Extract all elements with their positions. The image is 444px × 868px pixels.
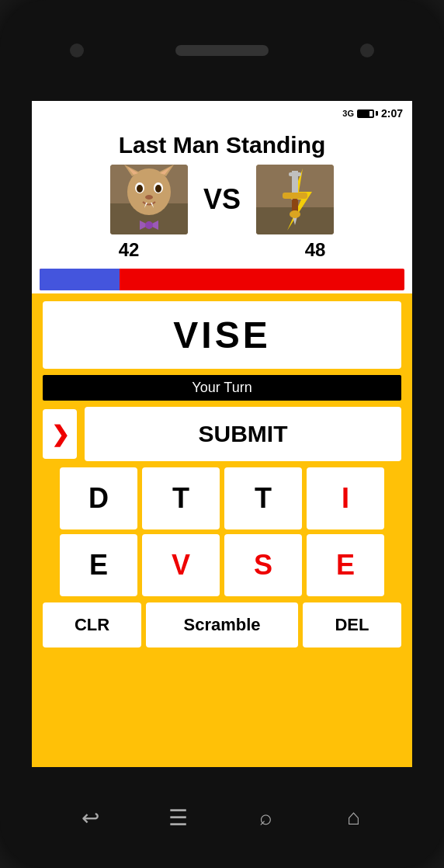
- nav-search-button[interactable]: ⌕: [249, 800, 283, 835]
- nav-home-button[interactable]: ⌂: [337, 800, 371, 835]
- camera-right: [360, 43, 374, 57]
- svg-point-9: [137, 185, 143, 193]
- menu-icon: ☰: [168, 805, 188, 831]
- signal-indicator: 3G: [342, 109, 354, 118]
- nav-back-button[interactable]: ↩: [74, 800, 108, 835]
- status-bar: 3G 2:07: [32, 101, 412, 126]
- turn-label: Your Turn: [192, 380, 251, 395]
- phone-top: [0, 0, 444, 101]
- svg-point-10: [155, 185, 161, 193]
- score-row: 42 48: [40, 239, 404, 261]
- arrow-icon: ❯: [51, 422, 69, 447]
- svg-rect-21: [289, 172, 301, 176]
- submit-button[interactable]: SUBMIT: [85, 407, 401, 461]
- scramble-button[interactable]: Scramble: [146, 602, 298, 648]
- nav-menu-button[interactable]: ☰: [161, 800, 196, 835]
- search-icon: ⌕: [259, 805, 272, 830]
- svg-point-25: [290, 210, 300, 218]
- health-bar-fill: [40, 269, 120, 290]
- game-header: Last Man Standing: [32, 126, 412, 266]
- clr-button[interactable]: CLR: [43, 602, 141, 648]
- screen: 3G 2:07 Last Man Standing: [32, 101, 412, 767]
- vs-label: VS: [203, 183, 241, 216]
- word-display: VISE: [43, 301, 401, 369]
- game-area: VISE Your Turn ❯ SUBMIT D T T I: [32, 293, 412, 767]
- player1-score: 42: [90, 239, 168, 261]
- letter-grid: D T T I E V S E: [43, 467, 401, 596]
- battery-body: [357, 109, 374, 118]
- svg-point-11: [145, 195, 153, 200]
- vs-row: VS: [40, 165, 404, 234]
- player2-score: 48: [276, 239, 354, 261]
- letter-tile-E2[interactable]: E: [307, 534, 384, 596]
- letter-tile-T2[interactable]: T: [224, 467, 302, 529]
- battery-tip: [376, 111, 378, 116]
- phone-bottom: ↩ ☰ ⌕ ⌂: [0, 767, 444, 868]
- letter-tile-I[interactable]: I: [307, 467, 384, 529]
- svg-rect-23: [283, 193, 307, 199]
- svg-point-2: [127, 168, 171, 215]
- letter-row-1: D T T I: [43, 467, 401, 529]
- control-row: CLR Scramble DEL: [43, 602, 401, 648]
- letter-tile-D[interactable]: D: [60, 467, 137, 529]
- letter-tile-T1[interactable]: T: [142, 467, 220, 529]
- letter-row-2: E V S E: [43, 534, 401, 596]
- current-word: VISE: [173, 314, 270, 356]
- werewolf-avatar: [110, 165, 188, 234]
- letter-tile-S[interactable]: S: [224, 534, 302, 596]
- turn-banner: Your Turn: [43, 375, 401, 401]
- letter-tile-V[interactable]: V: [142, 534, 220, 596]
- home-icon: ⌂: [347, 805, 360, 830]
- svg-point-16: [145, 221, 153, 229]
- status-icons: 3G 2:07: [342, 107, 403, 120]
- battery-icon: [357, 109, 378, 118]
- arrow-button[interactable]: ❯: [43, 409, 77, 459]
- health-bar-container: [40, 269, 404, 290]
- speaker: [175, 45, 269, 56]
- sword-avatar: [256, 165, 334, 234]
- del-button[interactable]: DEL: [303, 602, 401, 648]
- player2-avatar: [256, 165, 334, 234]
- phone-frame: 3G 2:07 Last Man Standing: [0, 0, 444, 868]
- battery-fill: [359, 111, 369, 116]
- clock: 2:07: [381, 107, 403, 120]
- letter-tile-E1[interactable]: E: [60, 534, 137, 596]
- action-row: ❯ SUBMIT: [43, 407, 401, 461]
- game-title: Last Man Standing: [40, 132, 404, 158]
- back-icon: ↩: [82, 805, 99, 831]
- camera-left: [70, 43, 84, 57]
- player1-avatar: [110, 165, 188, 234]
